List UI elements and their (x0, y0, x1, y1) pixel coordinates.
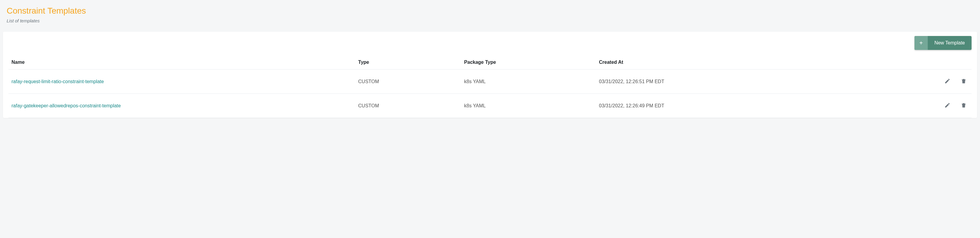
new-template-label: New Template (928, 36, 972, 50)
page-subtitle: List of templates (3, 18, 977, 23)
pencil-icon (944, 78, 950, 85)
template-created-at: 03/31/2022, 12:26:51 PM EDT (596, 70, 885, 94)
templates-table: Name Type Package Type Created At rafay-… (8, 55, 972, 118)
col-header-name: Name (8, 55, 355, 70)
template-package-type: k8s YAML (461, 94, 596, 118)
col-header-package-type: Package Type (461, 55, 596, 70)
table-row: rafay-gatekeeper-allowedrepos-constraint… (8, 94, 972, 118)
delete-button[interactable] (959, 101, 969, 111)
trash-icon (961, 102, 967, 109)
template-created-at: 03/31/2022, 12:26:49 PM EDT (596, 94, 885, 118)
template-name-link[interactable]: rafay-request-limit-ratio-constraint-tem… (11, 79, 104, 84)
new-template-button[interactable]: + New Template (915, 36, 972, 50)
delete-button[interactable] (959, 76, 969, 87)
toolbar: + New Template (8, 36, 972, 50)
templates-card: + New Template Name Type Package Type Cr… (3, 32, 977, 118)
page-title: Constraint Templates (3, 6, 977, 16)
col-header-created-at: Created At (596, 55, 885, 70)
table-header-row: Name Type Package Type Created At (8, 55, 972, 70)
edit-button[interactable] (943, 76, 952, 87)
trash-icon (961, 78, 967, 85)
template-type: CUSTOM (355, 70, 461, 94)
col-header-type: Type (355, 55, 461, 70)
pencil-icon (944, 102, 950, 109)
template-type: CUSTOM (355, 94, 461, 118)
template-package-type: k8s YAML (461, 70, 596, 94)
table-row: rafay-request-limit-ratio-constraint-tem… (8, 70, 972, 94)
edit-button[interactable] (943, 101, 952, 111)
template-name-link[interactable]: rafay-gatekeeper-allowedrepos-constraint… (11, 103, 121, 108)
col-header-actions (885, 55, 972, 70)
plus-icon: + (915, 36, 928, 50)
